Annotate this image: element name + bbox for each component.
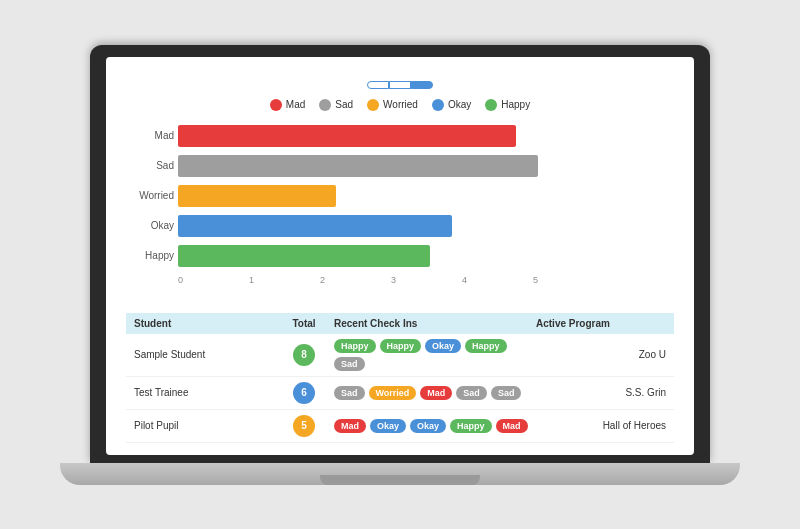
- header-label: Total: [292, 318, 315, 329]
- bar-chart: Mad Sad Worried Okay Happy 012345: [126, 121, 674, 305]
- bar-track: [178, 125, 538, 147]
- laptop-base: [60, 463, 740, 485]
- bar-fill: [178, 155, 538, 177]
- x-axis: 012345: [178, 275, 538, 285]
- checkin-tag: Mad: [334, 419, 366, 433]
- checkin-tag: Sad: [334, 386, 365, 400]
- student-name: Sample Student: [134, 349, 274, 360]
- legend-dot: [485, 99, 497, 111]
- checkin-tag: Okay: [370, 419, 406, 433]
- checkin-tag: Sad: [456, 386, 487, 400]
- total-badge: 8: [293, 344, 315, 366]
- bar-row-worried: Worried: [178, 185, 674, 207]
- checkins-cell: HappyHappyOkayHappySad: [334, 339, 536, 371]
- bar-fill: [178, 245, 430, 267]
- checkin-tag: Sad: [491, 386, 522, 400]
- checkin-tag: Happy: [380, 339, 422, 353]
- bar-fill: [178, 125, 516, 147]
- x-axis-label: 2: [320, 275, 325, 285]
- program-name: Zoo U: [536, 349, 666, 360]
- legend-dot: [432, 99, 444, 111]
- checkin-tag: Okay: [410, 419, 446, 433]
- checkins-cell: MadOkayOkayHappyMad: [334, 419, 536, 433]
- legend-label: Happy: [501, 99, 530, 110]
- total-cell: 8: [274, 344, 334, 366]
- bar-track: [178, 185, 538, 207]
- checkin-tag: Mad: [496, 419, 528, 433]
- header-label: Active Program: [536, 318, 610, 329]
- total-badge: 6: [293, 382, 315, 404]
- checkin-tag: Happy: [334, 339, 376, 353]
- bar-label: Mad: [128, 130, 174, 141]
- bar-fill: [178, 185, 336, 207]
- legend-label: Okay: [448, 99, 471, 110]
- laptop-container: MadSadWorriedOkayHappy Mad Sad Worried O…: [60, 45, 740, 485]
- bar-track: [178, 155, 538, 177]
- month-button[interactable]: [411, 81, 433, 89]
- x-axis-label: 4: [462, 275, 467, 285]
- total-cell: 6: [274, 382, 334, 404]
- week-button[interactable]: [389, 81, 411, 89]
- program-name: S.S. Grin: [536, 387, 666, 398]
- legend-item-mad: Mad: [270, 99, 305, 111]
- header-label: Recent Check Ins: [334, 318, 417, 329]
- bar-label: Worried: [128, 190, 174, 201]
- legend-item-okay: Okay: [432, 99, 471, 111]
- table-header-cell: Total: [274, 318, 334, 329]
- table-row: Sample Student8HappyHappyOkayHappySadZoo…: [126, 334, 674, 377]
- bar-fill: [178, 215, 452, 237]
- chart-legend: MadSadWorriedOkayHappy: [126, 99, 674, 111]
- legend-label: Worried: [383, 99, 418, 110]
- x-axis-label: 1: [249, 275, 254, 285]
- legend-item-sad: Sad: [319, 99, 353, 111]
- checkin-tag: Sad: [334, 357, 365, 371]
- table-row: Pilot Pupil5MadOkayOkayHappyMadHall of H…: [126, 410, 674, 443]
- program-name: Hall of Heroes: [536, 420, 666, 431]
- checkin-tag: Mad: [420, 386, 452, 400]
- bar-track: [178, 245, 538, 267]
- table-header-row: StudentTotalRecent Check InsActive Progr…: [126, 313, 674, 334]
- bar-row-happy: Happy: [178, 245, 674, 267]
- table-header-cell: Active Program: [536, 318, 666, 329]
- bar-track: [178, 215, 538, 237]
- screen-content: MadSadWorriedOkayHappy Mad Sad Worried O…: [106, 57, 694, 455]
- day-button[interactable]: [367, 81, 389, 89]
- total-badge: 5: [293, 415, 315, 437]
- header-label: Student: [134, 318, 171, 329]
- student-name: Pilot Pupil: [134, 420, 274, 431]
- bar-label: Happy: [128, 250, 174, 261]
- bar-row-sad: Sad: [178, 155, 674, 177]
- checkin-tag: Okay: [425, 339, 461, 353]
- total-cell: 5: [274, 415, 334, 437]
- bar-label: Okay: [128, 220, 174, 231]
- x-axis-label: 0: [178, 275, 183, 285]
- legend-item-happy: Happy: [485, 99, 530, 111]
- bar-label: Sad: [128, 160, 174, 171]
- checkins-cell: SadWorriedMadSadSad: [334, 386, 536, 400]
- x-axis-label: 3: [391, 275, 396, 285]
- bar-row-mad: Mad: [178, 125, 674, 147]
- legend-label: Sad: [335, 99, 353, 110]
- bar-row-okay: Okay: [178, 215, 674, 237]
- checkin-tag: Happy: [450, 419, 492, 433]
- time-button-group: [126, 81, 674, 89]
- checkin-tag: Worried: [369, 386, 417, 400]
- legend-dot: [367, 99, 379, 111]
- checkin-tag: Happy: [465, 339, 507, 353]
- screen-bezel: MadSadWorriedOkayHappy Mad Sad Worried O…: [90, 45, 710, 463]
- student-name: Test Trainee: [134, 387, 274, 398]
- legend-dot: [270, 99, 282, 111]
- table-header-cell: Student: [134, 318, 274, 329]
- legend-dot: [319, 99, 331, 111]
- legend-label: Mad: [286, 99, 305, 110]
- x-axis-label: 5: [533, 275, 538, 285]
- table-header-cell: Recent Check Ins: [334, 318, 536, 329]
- legend-item-worried: Worried: [367, 99, 418, 111]
- table-row: Test Trainee6SadWorriedMadSadSadS.S. Gri…: [126, 377, 674, 410]
- student-table: StudentTotalRecent Check InsActive Progr…: [126, 313, 674, 443]
- app-content: MadSadWorriedOkayHappy Mad Sad Worried O…: [106, 57, 694, 455]
